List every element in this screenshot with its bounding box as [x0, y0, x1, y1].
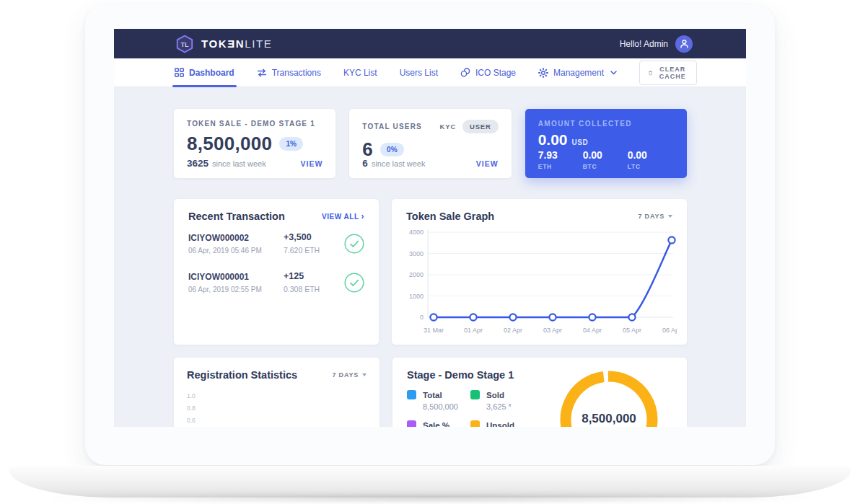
legend-item-total: Total 8,500,000: [407, 390, 470, 411]
caret-down-icon: [668, 215, 672, 218]
arrow-right-icon: ›: [361, 213, 365, 220]
total-users-view-link[interactable]: VIEW: [476, 159, 499, 168]
gauge-center-value: 8,500,000: [582, 412, 636, 425]
ltc-amount: 0.00 LTC: [628, 149, 672, 170]
panel-title: Stage - Demo Stage 1: [407, 369, 514, 381]
transaction-id: ICIYOW000002: [188, 233, 284, 243]
amount-usd-currency: USD: [572, 138, 589, 146]
amount-usd-value: 0.00: [538, 131, 568, 149]
range-selector[interactable]: 7 DAYS: [333, 371, 367, 379]
transaction-eth: 7.620 ETH: [284, 246, 340, 255]
tab-label: Users List: [400, 68, 438, 78]
coins-icon: [460, 68, 470, 77]
brand-logo[interactable]: TL TOKƎNLITE: [175, 35, 272, 53]
tab-label: Dashboard: [189, 68, 234, 78]
transaction-row[interactable]: ICIYOW000002 06 Apr, 2019 05:46 PM +3,50…: [188, 222, 364, 261]
transaction-row[interactable]: ICIYOW000001 06 Apr, 2019 02:55 PM +125 …: [188, 261, 364, 300]
card-label: TOTAL USERS: [362, 123, 422, 131]
laptop-mockup: TL TOKƎNLITE Hello! Admin: [85, 4, 775, 465]
toggle-user[interactable]: USER: [462, 120, 499, 133]
transaction-amount: +3,500: [284, 232, 340, 242]
main-nav: Dashboard Transactions KYC List Users Li…: [114, 58, 746, 87]
panel-title: Token Sale Graph: [406, 211, 494, 222]
range-selector[interactable]: 7 DAYS: [639, 213, 673, 220]
card-label: TOKEN SALE - DEMO STAGE 1: [187, 120, 322, 128]
dashboard-body: TOKEN SALE - DEMO STAGE 1 8,500,000 1% 3…: [114, 87, 746, 427]
swap-arrows-icon: [257, 68, 267, 77]
svg-text:01 Apr: 01 Apr: [464, 327, 483, 334]
stat-cards-row: TOKEN SALE - DEMO STAGE 1 8,500,000 1% 3…: [174, 109, 687, 178]
avatar[interactable]: [675, 35, 693, 53]
transaction-amount: +125: [284, 271, 340, 281]
tab-transactions[interactable]: Transactions: [257, 58, 321, 87]
laptop-base-shadow: [43, 495, 817, 502]
tab-label: KYC List: [343, 68, 377, 78]
amount-collected-card: AMOUNT COLLECTED 0.00 USD 7.93 ETH 0.00: [525, 109, 687, 178]
tab-dashboard[interactable]: Dashboard: [175, 58, 234, 87]
ytick-label: 0.8: [187, 402, 367, 415]
transaction-eth: 0.308 ETH: [284, 285, 340, 293]
svg-text:2000: 2000: [409, 271, 424, 278]
grid-icon: [175, 68, 184, 77]
svg-text:05 Apr: 05 Apr: [623, 327, 641, 334]
tab-ico-stage[interactable]: ICO Stage: [460, 58, 516, 87]
svg-text:31 Mar: 31 Mar: [424, 327, 444, 334]
btc-amount: 0.00 BTC: [583, 149, 628, 170]
svg-text:06 Apr: 06 Apr: [662, 327, 677, 334]
transaction-date: 06 Apr, 2019 02:55 PM: [188, 286, 284, 293]
trash-icon: [649, 68, 652, 77]
tab-management[interactable]: Management: [538, 58, 617, 87]
svg-text:TL: TL: [181, 40, 189, 48]
laptop-base: [9, 466, 851, 498]
tab-users-list[interactable]: Users List: [400, 58, 438, 87]
legend-item-sale-pct: Sale %: [407, 420, 470, 427]
legend-swatch: [470, 390, 480, 399]
svg-text:1000: 1000: [409, 293, 424, 300]
dashboard-screen: TL TOKƎNLITE Hello! Admin: [114, 29, 746, 427]
token-sale-view-link[interactable]: VIEW: [300, 159, 322, 168]
total-users-card: TOTAL USERS KYC USER 6 0% 6since last we…: [349, 109, 511, 178]
brand-name: TOKƎNLITE: [201, 37, 272, 50]
tab-label: ICO Stage: [475, 68, 516, 78]
panel-title: Recent Transaction: [188, 211, 285, 222]
panel-title: Registration Statistics: [187, 369, 297, 381]
chevron-down-icon: [610, 71, 617, 75]
caret-down-icon: [362, 373, 367, 376]
tab-label: Management: [553, 68, 604, 78]
gear-icon: [538, 68, 548, 78]
page-background: TL TOKƎNLITE Hello! Admin: [0, 0, 860, 504]
stage-donut-chart: 8,500,000 TLE: [545, 358, 672, 427]
token-sale-card: TOKEN SALE - DEMO STAGE 1 8,500,000 1% 3…: [174, 109, 335, 178]
delta-value: 3625: [187, 158, 209, 169]
eth-amount: 7.93 ETH: [538, 149, 583, 170]
greeting-text: Hello! Admin: [620, 39, 668, 49]
view-all-link[interactable]: VIEW ALL ›: [322, 213, 364, 221]
legend-swatch: [407, 390, 416, 399]
token-sale-badge: 1%: [279, 137, 302, 151]
tab-kyc-list[interactable]: KYC List: [343, 58, 377, 87]
check-circle-icon: [344, 273, 364, 293]
total-users-badge: 0%: [380, 143, 403, 156]
coin-amounts: 7.93 ETH 0.00 BTC 0.00 LTC: [538, 149, 672, 170]
svg-text:3000: 3000: [409, 250, 424, 257]
ytick-label: 0.6: [187, 415, 367, 427]
legend-swatch: [407, 420, 416, 427]
svg-text:02 Apr: 02 Apr: [504, 327, 522, 334]
toggle-kyc[interactable]: KYC: [440, 123, 456, 131]
token-sale-value: 8,500,000: [187, 133, 272, 155]
clear-cache-button[interactable]: CLEAR CACHE: [639, 61, 697, 85]
legend-swatch: [470, 420, 480, 427]
registration-yticks: 1.00.80.6: [187, 390, 367, 427]
registration-statistics-panel: Registration Statistics 7 DAYS 1.00.80.6: [174, 358, 379, 427]
stage-panel: Stage - Demo Stage 1 Total 8,500,000 Sol…: [392, 358, 687, 427]
ytick-label: 1.0: [187, 390, 367, 402]
svg-text:4000: 4000: [409, 229, 424, 236]
token-sale-chart: 0100020003000400031 Mar01 Apr02 Apr03 Ap…: [403, 225, 677, 340]
token-sale-graph-panel: Token Sale Graph 7 DAYS 0100020003000400…: [392, 199, 687, 345]
check-circle-icon: [344, 234, 364, 254]
delta-value: 6: [362, 158, 368, 169]
kyc-user-toggle: KYC USER: [440, 120, 499, 133]
recent-transactions-panel: Recent Transaction VIEW ALL › ICIYOW0000…: [174, 199, 379, 345]
user-icon: [680, 39, 689, 48]
delta-suffix: since last week: [372, 159, 426, 168]
